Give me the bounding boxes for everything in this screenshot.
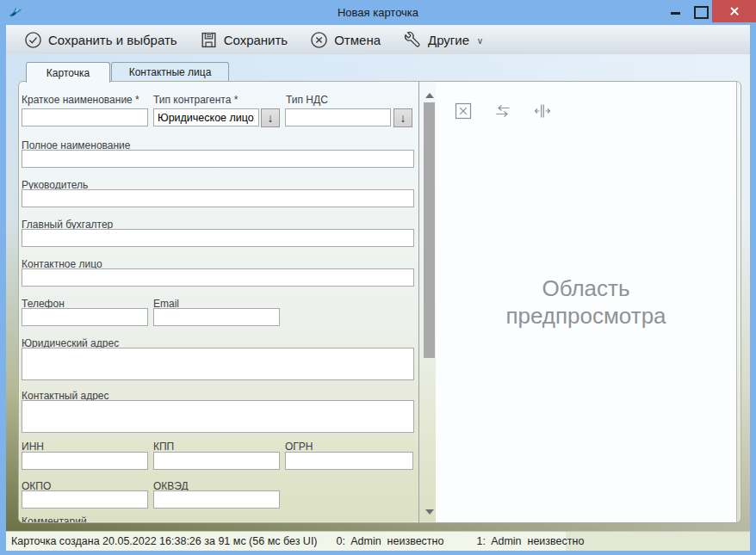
phone-input[interactable] (22, 308, 148, 326)
scroll-down-arrow-icon[interactable] (425, 509, 434, 515)
tab-card[interactable]: Карточка (26, 62, 110, 83)
full-name-input[interactable] (22, 150, 414, 168)
others-label: Другие (428, 33, 469, 47)
counterparty-type-dropdown-button[interactable]: ↓ (261, 108, 280, 127)
cancel-button[interactable]: Отмена (302, 27, 388, 52)
window-title: Новая карточка (0, 0, 756, 25)
close-button[interactable] (712, 0, 756, 22)
counterparty-type-label: Тип контрагента * (153, 94, 238, 106)
scroll-up-arrow-icon[interactable] (425, 93, 434, 98)
wrench-icon (403, 30, 422, 49)
contact-address-input[interactable] (22, 400, 414, 433)
chief-accountant-input[interactable] (22, 229, 414, 247)
kpp-input[interactable] (153, 452, 280, 470)
save-and-select-label: Сохранить и выбрать (48, 33, 177, 47)
preview-area: Область предпросмотра (436, 82, 737, 522)
titlebar: Новая карточка (0, 0, 756, 25)
comment-label: Комментарий (22, 515, 87, 523)
vat-type-label: Тип НДС (286, 94, 328, 106)
window: Новая карточка Сохранить и выбрать Сохра… (0, 0, 756, 555)
chevron-down-icon: v (478, 36, 482, 46)
others-button[interactable]: Другие v (395, 27, 490, 52)
contact-person-input[interactable] (22, 268, 414, 287)
minimize-button[interactable] (668, 5, 684, 19)
close-box-icon[interactable] (455, 102, 472, 120)
ogrn-input[interactable] (285, 452, 413, 470)
form-area: Краткое наименование * Тип контрагента *… (19, 82, 418, 522)
status-section: Карточка создана 20.05.2022 16:38:26 за … (6, 532, 566, 551)
counterparty-type-input[interactable] (153, 108, 259, 126)
save-button[interactable]: Сохранить (192, 27, 296, 52)
save-and-select-button[interactable]: Сохранить и выбрать (16, 27, 185, 52)
status-user-1: 1: Admin неизвестно (476, 535, 584, 547)
save-label: Сохранить (224, 33, 288, 47)
ogrn-label: ОГРН (285, 441, 313, 453)
status-user-0: 0: Admin неизвестно (337, 535, 444, 547)
status-bar: Карточка создана 20.05.2022 16:38:26 за … (6, 531, 750, 551)
check-circle-icon (24, 31, 42, 49)
cancel-label: Отмена (334, 33, 381, 47)
vat-type-dropdown-button[interactable]: ↓ (393, 108, 412, 127)
form-scrollbar[interactable] (424, 82, 435, 522)
short-name-label: Краткое наименование * (22, 94, 139, 106)
email-input[interactable] (153, 308, 280, 326)
card-panel: Краткое наименование * Тип контрагента *… (18, 81, 741, 523)
tab-card-label: Карточка (46, 67, 90, 79)
content-area: Карточка Контактные лица Краткое наимено… (6, 54, 750, 531)
tab-contact-persons[interactable]: Контактные лица (111, 62, 229, 81)
toolbar: Сохранить и выбрать Сохранить Отмена Дру… (6, 25, 750, 54)
preview-placeholder: Область предпросмотра (483, 274, 690, 330)
inn-label: ИНН (22, 441, 44, 453)
form-preview-divider (418, 82, 419, 522)
vat-type-input[interactable] (285, 108, 391, 126)
kpp-label: КПП (153, 441, 174, 453)
short-name-input[interactable] (22, 108, 148, 126)
arrow-down-icon: ↓ (400, 111, 406, 125)
split-columns-icon[interactable] (534, 102, 551, 120)
okved-input[interactable] (153, 490, 280, 509)
inn-input[interactable] (22, 452, 148, 470)
cancel-circle-icon (310, 31, 328, 49)
legal-address-input[interactable] (22, 348, 414, 380)
status-message: Карточка создана 20.05.2022 16:38:26 за … (11, 535, 318, 547)
maximize-button[interactable] (692, 5, 708, 19)
swap-horizontal-icon[interactable] (494, 102, 511, 120)
arrow-down-icon: ↓ (268, 111, 274, 125)
save-floppy-icon (200, 31, 218, 49)
tab-contact-persons-label: Контактные лица (129, 66, 212, 78)
head-input[interactable] (22, 189, 414, 207)
scrollbar-thumb[interactable] (424, 102, 435, 358)
okpo-input[interactable] (22, 490, 148, 509)
preview-toolbar (455, 102, 551, 120)
